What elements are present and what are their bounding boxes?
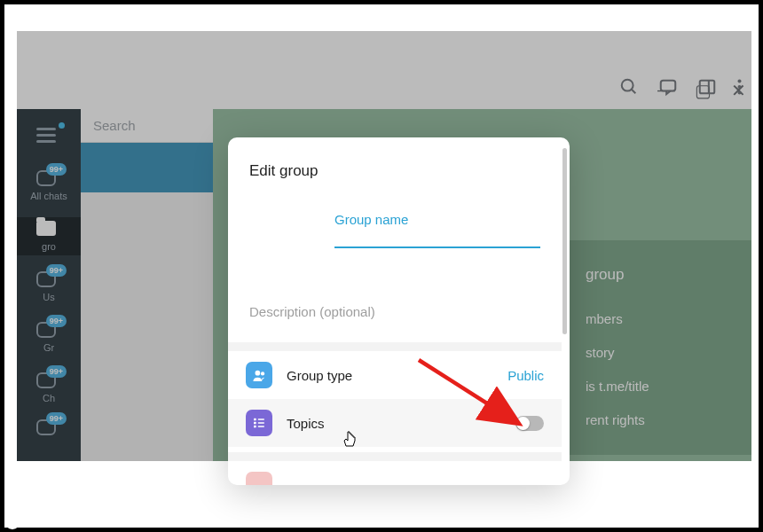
svg-rect-14 [254,426,256,428]
group-type-row[interactable]: Group type Public [228,351,562,399]
globe-icon [4,513,20,529]
svg-rect-12 [254,422,256,425]
app-window: — ▢ ✕ 99+ All chats gro 99+ Us 99+ Gr 99… [17,31,751,461]
next-row-partial [228,461,562,485]
watermark: Followeran.com [4,513,120,529]
modal-title: Edit group [228,155,562,200]
modal-scrollbar[interactable] [562,137,570,485]
svg-rect-15 [258,426,264,426]
group-type-value: Public [507,368,544,383]
topics-row[interactable]: Topics [228,399,562,447]
svg-rect-11 [258,419,264,419]
partial-icon [246,472,272,485]
topics-icon [246,410,272,436]
group-avatar-placeholder[interactable] [249,200,319,269]
row-label: Topics [287,416,325,431]
svg-point-9 [260,372,264,375]
svg-point-8 [255,370,260,375]
svg-rect-10 [254,419,256,421]
svg-rect-13 [258,422,264,423]
group-name-input[interactable]: Group name [334,200,540,248]
group-type-icon [246,362,272,388]
topics-toggle[interactable] [515,416,544,431]
description-input[interactable]: Description (optional) [228,290,562,342]
row-label: Group type [287,368,352,383]
edit-group-modal: Edit group Group name Description (optio… [228,137,570,485]
